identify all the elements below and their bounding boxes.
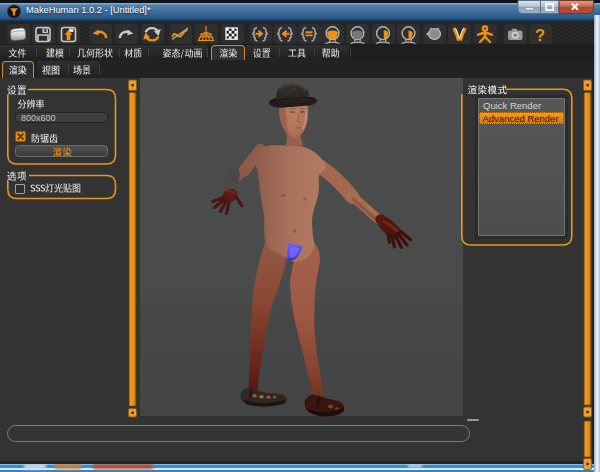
svg-text:?: ? <box>535 26 545 44</box>
